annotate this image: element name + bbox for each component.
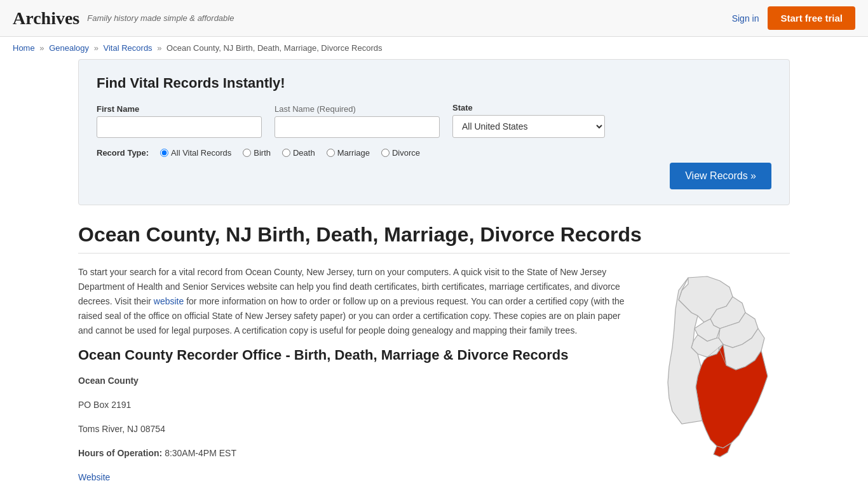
content-area: To start your search for a vital record … — [78, 265, 790, 488]
last-name-label: Last Name (Required) — [275, 104, 440, 114]
county-name: Ocean County — [78, 374, 631, 389]
recorder-section-title: Ocean County Recorder Office - Birth, De… — [78, 347, 631, 363]
radio-birth[interactable]: Birth — [243, 148, 271, 158]
hours-line: Hours of Operation: 8:30AM-4PM EST — [78, 446, 631, 461]
radio-birth-input[interactable] — [243, 149, 251, 157]
radio-death-input[interactable] — [282, 149, 290, 157]
site-header: Archives Family history made simple & af… — [0, 0, 868, 37]
search-box: Find Vital Records Instantly! First Name… — [78, 59, 790, 205]
address-line1: PO Box 2191 — [78, 398, 631, 413]
state-select[interactable]: All United States — [452, 115, 605, 138]
header-right: Sign in Start free trial — [732, 6, 855, 30]
address-line2: Toms River, NJ 08754 — [78, 422, 631, 437]
breadcrumb-sep-2: » — [94, 43, 98, 53]
radio-marriage[interactable]: Marriage — [327, 148, 370, 158]
radio-all-vital[interactable]: All Vital Records — [160, 148, 231, 158]
breadcrumb-current: Ocean County, NJ Birth, Death, Marriage,… — [166, 43, 382, 53]
search-fields: First Name Last Name (Required) State Al… — [97, 103, 771, 138]
record-type-row: Record Type: All Vital Records Birth Dea… — [97, 148, 771, 158]
site-tagline: Family history made simple & affordable — [87, 13, 234, 23]
header-left: Archives Family history made simple & af… — [13, 8, 234, 29]
last-name-input[interactable] — [275, 116, 440, 138]
title-divider — [78, 253, 790, 254]
radio-divorce[interactable]: Divorce — [381, 148, 420, 158]
state-label: State — [452, 103, 771, 112]
breadcrumb-sep-1: » — [39, 43, 44, 53]
page-title: Ocean County, NJ Birth, Death, Marriage,… — [78, 223, 790, 247]
radio-marriage-input[interactable] — [327, 149, 335, 157]
radio-all-vital-input[interactable] — [160, 149, 168, 157]
search-title: Find Vital Records Instantly! — [97, 75, 771, 92]
nj-map — [650, 271, 790, 488]
search-actions: View Records » — [97, 163, 771, 189]
main-content: Find Vital Records Instantly! First Name… — [65, 59, 803, 488]
breadcrumb: Home » Genealogy » Vital Records » Ocean… — [0, 37, 868, 59]
sign-in-link[interactable]: Sign in — [732, 13, 759, 24]
view-records-button[interactable]: View Records » — [670, 163, 771, 189]
website-link[interactable]: website — [154, 296, 184, 306]
breadcrumb-home[interactable]: Home — [13, 43, 35, 53]
breadcrumb-sep-3: » — [157, 43, 161, 53]
breadcrumb-vital-records[interactable]: Vital Records — [104, 43, 153, 53]
intro-paragraph: To start your search for a vital record … — [78, 265, 631, 338]
radio-death[interactable]: Death — [282, 148, 315, 158]
state-field-group: State All United States — [452, 103, 771, 138]
breadcrumb-genealogy[interactable]: Genealogy — [49, 43, 89, 53]
start-trial-button[interactable]: Start free trial — [768, 6, 855, 30]
nj-map-svg — [650, 271, 777, 468]
record-type-label: Record Type: — [97, 148, 149, 158]
first-name-field-group: First Name — [97, 104, 262, 138]
address-website-link[interactable]: Website — [78, 472, 110, 482]
content-text: To start your search for a vital record … — [78, 265, 631, 488]
first-name-input[interactable] — [97, 116, 262, 138]
radio-divorce-input[interactable] — [381, 149, 390, 157]
site-logo: Archives — [13, 8, 79, 29]
first-name-label: First Name — [97, 104, 262, 114]
address-block: Ocean County PO Box 2191 Toms River, NJ … — [78, 374, 631, 485]
last-name-field-group: Last Name (Required) — [275, 104, 440, 138]
